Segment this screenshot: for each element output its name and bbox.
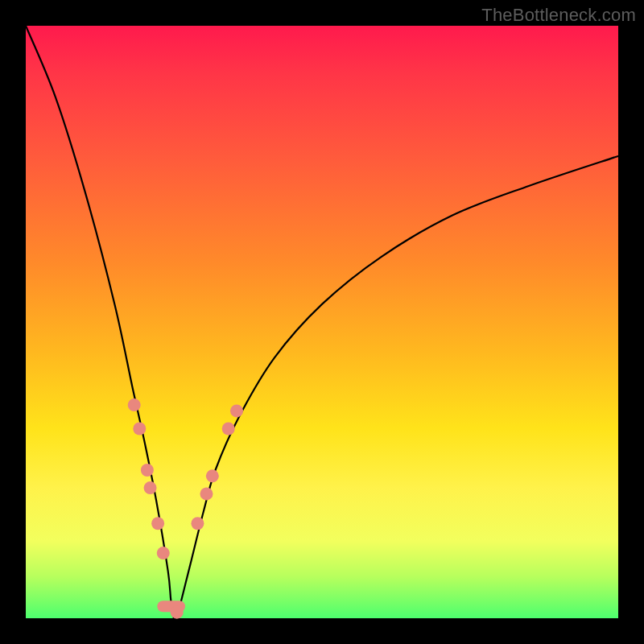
marker-dot: [230, 404, 243, 417]
marker-dot: [144, 481, 157, 494]
marker-dot: [157, 547, 170, 559]
marker-dot: [191, 517, 204, 530]
plot-area: [26, 26, 618, 618]
watermark-text: TheBottleneck.com: [481, 5, 636, 26]
marker-dot: [151, 517, 164, 530]
marker-dot: [222, 422, 235, 435]
marker-dot: [128, 398, 141, 411]
marker-dot: [133, 422, 146, 435]
marker-dot: [200, 487, 213, 500]
chart-frame: TheBottleneck.com: [0, 0, 644, 644]
marker-dot: [171, 606, 184, 619]
marker-dot: [141, 464, 154, 477]
marker-layer: [26, 26, 618, 618]
marker-dot: [206, 469, 219, 482]
